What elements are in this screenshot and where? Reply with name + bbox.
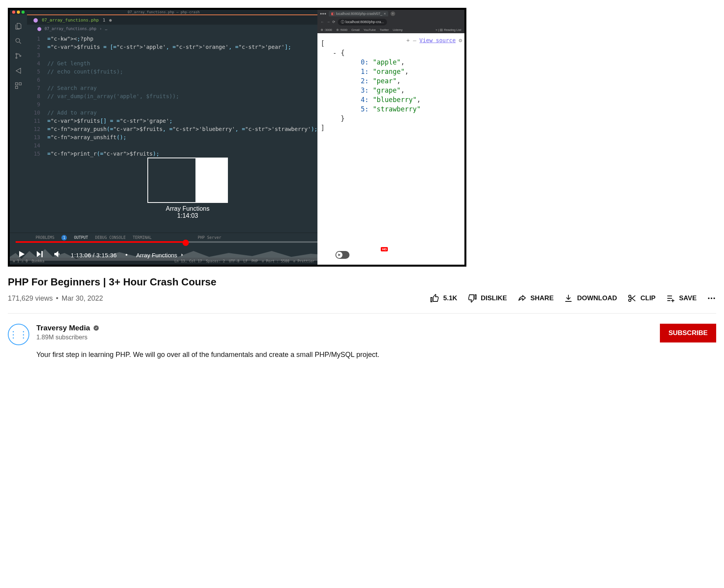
new-tab-icon: + [391,11,395,16]
video-title: PHP For Beginners | 3+ Hour Crash Course [8,276,716,288]
seek-preview: Array Functions 1:14:03 [147,158,228,219]
svg-point-1 [16,53,17,54]
next-button[interactable] [35,249,44,260]
forward-icon: → [326,20,330,24]
video-meta: 171,629 views • Mar 30, 2022 5.1K DISLIK… [8,294,716,303]
svg-rect-5 [19,83,22,85]
code-editor: 1="c-kw"><;?php2="c-var">$fruits = [="c-… [10,32,317,158]
channel-avatar[interactable]: ⋮⋮ [8,324,29,345]
seek-chapter: Array Functions [147,205,228,212]
verified-icon [93,325,99,331]
search-icon [14,37,22,45]
browser-panel: ●●● ◧localhost:8080/php-crash/07_× + ← →… [317,10,464,265]
captions-button[interactable] [358,249,367,260]
tab-filename: 07_array_functions.php [42,18,99,23]
minimize-icon [17,11,20,14]
settings-button[interactable]: HD [376,249,385,260]
svg-point-13 [708,298,710,299]
url-bar: ⓘ localhost:8080/php-cra... [338,19,387,25]
fullscreen-button[interactable] [448,249,457,260]
share-button[interactable]: SHARE [517,294,554,303]
editor-tab: ⬤ 07_array_functions.php 1 ● [10,14,317,25]
view-source-link: View source [419,36,456,45]
back-icon: ← [321,20,324,24]
browser-content: + —View source⚙ [ - { 0: "apple", 1: "or… [317,33,464,265]
video-description: Your first step in learning PHP. We will… [36,350,379,360]
reload-icon: ⟳ [332,20,335,24]
download-button[interactable]: DOWNLOAD [564,294,617,303]
gear-icon: ⚙ [459,36,462,45]
like-button[interactable]: 5.1K [430,294,457,303]
svg-rect-6 [16,86,18,89]
save-button[interactable]: SAVE [666,294,697,303]
breadcrumb: ⬤ 07_array_functions.php ›… [10,25,317,32]
ide-titlebar: 07_array_functions.php — php-crash [10,10,317,14]
svg-point-14 [711,298,712,299]
autoplay-toggle[interactable] [335,251,349,259]
chapter-button[interactable]: Array Functions [136,252,185,258]
progress-bar[interactable] [16,235,459,245]
cast-button[interactable] [430,249,439,260]
bookmarks-bar: ⊕ :3000 ⊕ :5000 Gmail YouTube Twitter Ud… [317,26,464,33]
close-icon [12,11,15,14]
subscribe-button[interactable]: SUBSCRIBE [660,324,716,342]
video-player[interactable]: 07_array_functions.php — php-crash ⬤ 07_… [8,8,466,267]
time-display: 1:13:06 / 3:15:36 [71,252,117,258]
tab-dirty-count: 1 [103,18,106,23]
seek-thumbnail [147,158,228,203]
miniplayer-button[interactable] [394,249,403,260]
seek-time: 1:14:03 [147,212,228,219]
view-count: 171,629 views [8,294,53,303]
channel-name[interactable]: Traversy Media [36,324,379,332]
dislike-button[interactable]: DISLIKE [468,294,507,303]
clip-button[interactable]: CLIP [627,294,656,303]
play-button[interactable] [17,249,26,260]
debug-icon [14,67,22,75]
svg-point-15 [713,298,715,299]
subscriber-count: 1.89M subscribers [36,334,379,341]
volume-button[interactable] [53,249,62,260]
extensions-icon [14,82,22,90]
svg-rect-4 [16,83,18,85]
svg-rect-9 [399,254,401,256]
upload-date: Mar 30, 2022 [61,294,103,303]
more-button[interactable] [707,294,716,303]
svg-rect-10 [413,252,421,256]
window-title: 07_array_functions.php — php-crash [128,10,200,14]
svg-point-0 [16,38,20,42]
theater-button[interactable] [412,249,421,260]
browser-tab: ◧localhost:8080/php-crash/07_× [329,11,388,16]
activity-bar [10,14,27,265]
files-icon [14,22,22,30]
maximize-icon [22,11,25,14]
player-controls: 1:13:06 / 3:15:36 • Array Functions HD [10,245,464,265]
hd-badge: HD [381,247,388,251]
ide-panel: 07_array_functions.php — php-crash ⬤ 07_… [10,10,317,265]
git-icon [14,52,22,60]
svg-point-3 [20,55,21,56]
svg-point-2 [16,57,17,58]
svg-rect-7 [359,252,366,256]
